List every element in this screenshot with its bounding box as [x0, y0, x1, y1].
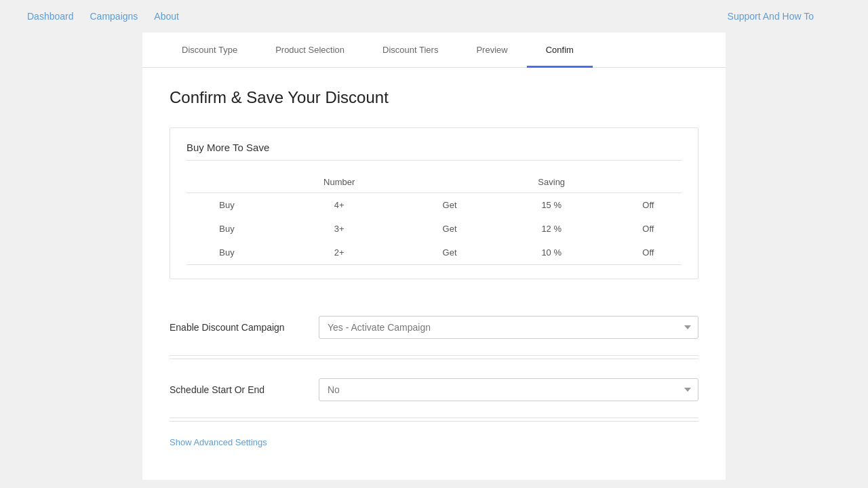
- col-header-number: Number: [267, 171, 411, 193]
- schedule-label: Schedule Start Or End: [170, 384, 305, 395]
- content-area: Confirm & Save Your Discount Buy More To…: [142, 68, 726, 480]
- col-header-empty3: [615, 171, 682, 193]
- discount-table: Number Saving Buy 4+ Get 15 % Off: [186, 171, 682, 265]
- enable-campaign-section: Enable Discount Campaign Yes - Activate …: [170, 300, 698, 356]
- main-container: Discount Type Product Selection Discount…: [142, 33, 726, 480]
- advanced-settings-link[interactable]: Show Advanced Settings: [170, 437, 267, 447]
- top-navigation: Dashboard Campaigns About Support And Ho…: [0, 0, 868, 33]
- enable-campaign-select[interactable]: Yes - Activate Campaign No: [319, 316, 698, 339]
- row2-buy: Buy: [186, 217, 267, 241]
- advanced-settings-container: Show Advanced Settings: [170, 424, 698, 460]
- tab-preview[interactable]: Preview: [457, 33, 526, 67]
- row3-saving: 10 %: [488, 241, 615, 265]
- enable-campaign-label: Enable Discount Campaign: [170, 322, 305, 333]
- row2-saving: 12 %: [488, 217, 615, 241]
- divider-1: [170, 359, 698, 359]
- buy-more-section: Buy More To Save Number Saving Buy 4+: [170, 127, 698, 279]
- tab-discount-tiers[interactable]: Discount Tiers: [363, 33, 457, 67]
- row1-off: Off: [615, 193, 682, 218]
- table-row: Buy 4+ Get 15 % Off: [186, 193, 682, 218]
- row2-qty: 3+: [267, 217, 411, 241]
- page-title: Confirm & Save Your Discount: [170, 88, 698, 107]
- col-header-empty1: [186, 171, 267, 193]
- wizard-tabs: Discount Type Product Selection Discount…: [142, 33, 726, 68]
- divider-2: [170, 421, 698, 422]
- nav-support[interactable]: Support And How To: [701, 5, 841, 27]
- section-title: Buy More To Save: [186, 142, 682, 161]
- schedule-select[interactable]: No Yes: [319, 378, 698, 401]
- schedule-section: Schedule Start Or End No Yes: [170, 362, 698, 418]
- tab-product-selection[interactable]: Product Selection: [256, 33, 363, 67]
- nav-dashboard[interactable]: Dashboard: [27, 11, 74, 22]
- row3-get: Get: [411, 241, 488, 265]
- row1-qty: 4+: [267, 193, 411, 218]
- row1-saving: 15 %: [488, 193, 615, 218]
- row3-buy: Buy: [186, 241, 267, 265]
- footer-bar: Back Save: [0, 480, 868, 488]
- row1-buy: Buy: [186, 193, 267, 218]
- nav-left: Dashboard Campaigns About: [27, 11, 179, 22]
- nav-campaigns[interactable]: Campaigns: [90, 11, 138, 22]
- row2-off: Off: [615, 217, 682, 241]
- row3-off: Off: [615, 241, 682, 265]
- row3-qty: 2+: [267, 241, 411, 265]
- col-header-saving: Saving: [488, 171, 615, 193]
- tab-confirm[interactable]: Confim: [527, 33, 593, 67]
- row1-get: Get: [411, 193, 488, 218]
- col-header-empty2: [411, 171, 488, 193]
- tab-discount-type[interactable]: Discount Type: [163, 33, 256, 67]
- row2-get: Get: [411, 217, 488, 241]
- nav-about[interactable]: About: [154, 11, 179, 22]
- table-row: Buy 2+ Get 10 % Off: [186, 241, 682, 265]
- table-row: Buy 3+ Get 12 % Off: [186, 217, 682, 241]
